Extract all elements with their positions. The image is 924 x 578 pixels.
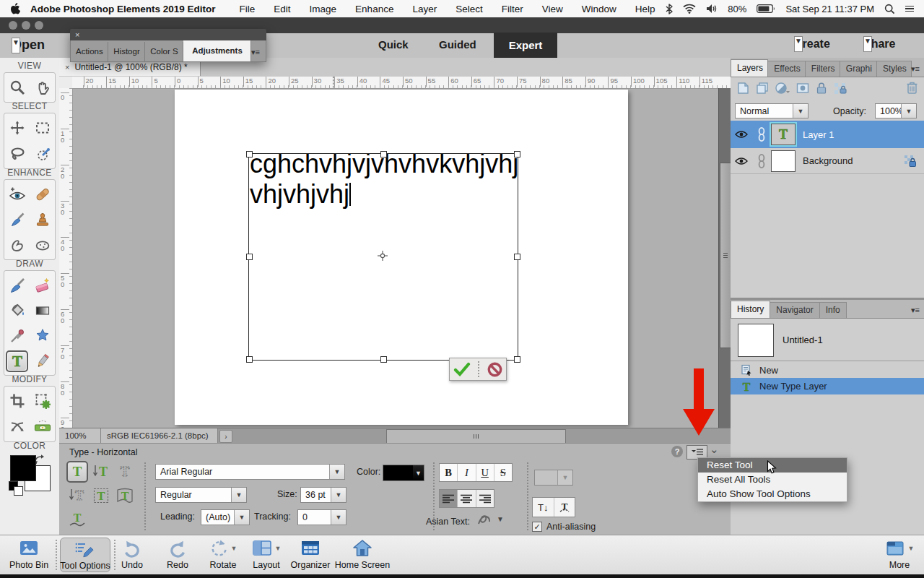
menubar-menu-item[interactable]: Filter [492,4,533,14]
tab-actions[interactable]: Actions [71,42,108,61]
panel-resize-divider[interactable] [731,298,924,300]
layer-link-icon[interactable] [752,126,771,142]
handle-middle-left[interactable] [246,254,253,260]
volume-icon[interactable] [706,4,718,14]
tab-layers[interactable]: Layers [731,59,768,77]
rectangular-marquee-tool-button[interactable] [31,116,53,139]
handle-top-center[interactable] [380,151,387,158]
zoom-level-field[interactable]: 100% [59,428,101,443]
new-layer-icon[interactable] [736,81,750,95]
help-icon[interactable]: ? [671,446,683,457]
tab-guided[interactable]: Guided [439,38,476,51]
menubar-menu-item[interactable]: Layer [403,4,446,14]
menubar-menu-item[interactable]: Select [446,4,492,14]
context-menu-item[interactable]: Auto Show Tool Options [698,487,847,501]
menubar-menu-item[interactable]: Window [572,4,626,14]
default-colors-white-icon[interactable] [14,486,23,496]
window-close-button[interactable] [9,21,17,30]
opacity-dropdown[interactable]: 100% ▼ [875,103,917,118]
tab-filters[interactable]: Filters [805,61,840,77]
hand-tool-button[interactable] [31,76,53,99]
dropdown-arrow-icon[interactable]: ▼ [793,104,808,118]
text-color-dropdown[interactable]: ▼ [383,465,424,481]
panel-menu-icon[interactable]: ▾≡ [251,48,266,61]
layer-thumbnail[interactable]: T [771,124,796,145]
adjustment-layer-icon[interactable] [775,81,790,95]
handle-top-right[interactable] [514,151,520,158]
wifi-icon[interactable] [683,4,696,14]
document-close-icon[interactable]: × [65,63,69,72]
menubar-menu-item[interactable]: Enhance [346,4,403,14]
dropdown-arrow-icon[interactable]: ▼ [231,488,246,502]
tab-effects[interactable]: Effects [767,61,806,77]
panel-menu-icon[interactable]: ▾≡ [911,306,920,315]
photo-bin-button[interactable]: Photo Bin [6,538,52,572]
zoom-tool-button[interactable] [6,76,28,99]
undo-button[interactable]: Undo [114,538,150,572]
menubar-menu-item[interactable]: Edit [264,4,300,14]
new-group-icon[interactable] [755,81,770,95]
smart-brush-tool-button[interactable] [6,208,28,231]
type-vertical-tool-button[interactable]: T [90,461,112,483]
toggle-text-orientation-button[interactable]: T↓ [533,498,554,517]
layout-dropdown-arrow-icon[interactable]: ▼ [275,545,282,552]
recompose-tool-button[interactable] [31,389,53,413]
rotate-dropdown-arrow-icon[interactable]: ▼ [231,545,237,552]
notification-center-icon[interactable] [905,6,914,12]
red-eye-removal-tool-button[interactable] [6,183,28,206]
blur-tool-button[interactable] [6,233,28,256]
straighten-tool-button[interactable] [31,415,53,439]
asian-text-dropdown-arrow-icon[interactable]: ▼ [497,515,504,523]
handle-bottom-center[interactable] [380,356,387,363]
tracking-dropdown[interactable]: 0 ▼ [297,509,346,525]
redo-button[interactable]: Redo [160,538,196,572]
brush-tool-button[interactable] [6,274,28,297]
layer-visibility-eye-icon[interactable] [731,130,752,139]
layer-link-icon[interactable] [752,153,771,169]
text-on-custom-path-tool-button[interactable]: T [66,509,88,530]
tab-expert[interactable]: Expert [494,33,557,58]
cancel-button[interactable] [487,362,502,377]
lock-transparency-icon[interactable] [833,81,847,95]
handle-top-left[interactable] [246,151,253,158]
panel-menu-icon[interactable]: ▾≡ [911,64,920,74]
text-on-shape-tool-button[interactable]: T [114,485,136,506]
layer-name[interactable]: Layer 1 [803,129,834,140]
sponge-tool-button[interactable] [31,233,53,256]
eyedropper-tool-button[interactable] [6,324,28,348]
dropdown-arrow-icon[interactable]: ▼ [331,488,346,502]
type-mask-vertical-tool-button[interactable]: T [66,485,88,506]
bluetooth-icon[interactable] [666,4,673,14]
paint-bucket-tool-button[interactable] [6,299,28,322]
crop-tool-button[interactable] [6,389,28,413]
lock-all-icon[interactable] [815,81,828,95]
tab-history[interactable]: History [731,301,770,318]
home-screen-button[interactable]: Home Screen [334,538,391,572]
tab-styles[interactable]: Styles [876,61,912,77]
tab-info[interactable]: Info [819,302,847,318]
commit-check-button[interactable] [453,362,471,376]
vertical-scrollbar[interactable] [718,88,731,428]
strikethrough-button[interactable]: S [494,464,512,481]
menubar-clock[interactable]: Sat Sep 21 11:37 PM [785,4,874,14]
create-button[interactable]: Create ▼ [794,38,830,51]
leading-dropdown[interactable]: (Auto) ▼ [201,509,250,525]
tab-quick[interactable]: Quick [378,38,409,51]
menubar-menu-item[interactable]: Help [626,4,665,14]
window-minimize-button[interactable] [22,21,30,30]
lasso-tool-button[interactable] [6,142,28,165]
eraser-tool-button[interactable] [31,274,53,297]
anti-aliasing-checkbox[interactable]: ✓ [532,522,542,532]
history-item-new-type-layer[interactable]: T New Type Layer [731,378,924,394]
gradient-tool-button[interactable] [31,299,53,322]
bold-button[interactable]: B [440,464,458,481]
color-profile-field[interactable]: sRGB IEC61966-2.1 (8bpc) [101,428,218,443]
text-on-selection-tool-button[interactable]: T [90,485,112,506]
horizontal-scrollbar-thumb[interactable] [386,429,566,444]
open-button[interactable]: Open ▼ [12,38,45,53]
organizer-button[interactable]: Organizer [288,538,333,572]
history-snapshot-name[interactable]: Untitled-1 [783,335,823,345]
layout-button[interactable]: ▼ Layout [246,538,287,572]
rotate-button[interactable]: ▼ Rotate [203,538,243,572]
underline-button[interactable]: U [476,464,494,481]
